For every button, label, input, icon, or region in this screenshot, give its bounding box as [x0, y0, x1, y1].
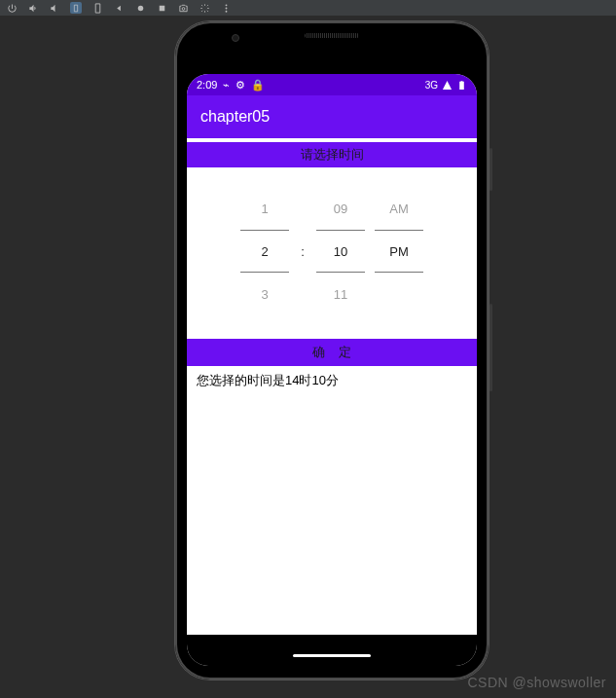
watermark: CSDN @showswoller	[467, 675, 606, 690]
ampm-prev[interactable]: AM	[375, 187, 423, 230]
volume-up-icon[interactable]	[27, 2, 39, 14]
confirm-button[interactable]: 确定	[187, 339, 477, 366]
rotate-left-icon[interactable]	[70, 2, 82, 14]
speaker-grille-icon	[305, 33, 359, 38]
back-icon[interactable]	[113, 2, 125, 14]
result-text: 您选择的时间是14时10分	[187, 366, 477, 395]
signal-icon	[442, 80, 453, 91]
circle-icon[interactable]	[134, 2, 146, 14]
svg-point-4	[225, 7, 227, 9]
minute-column[interactable]: 09 10 11	[316, 187, 365, 315]
navigation-bar[interactable]	[187, 644, 477, 666]
minute-selected[interactable]: 10	[316, 230, 365, 273]
more-icon[interactable]	[220, 2, 232, 14]
home-pill-icon[interactable]	[293, 654, 371, 657]
svg-point-2	[182, 7, 185, 10]
select-time-label: 请选择时间	[301, 146, 364, 164]
hour-next[interactable]: 3	[240, 273, 289, 315]
confirm-label: 确定	[299, 344, 365, 361]
minute-prev[interactable]: 09	[316, 187, 365, 230]
status-bar: 2:09 ⌁ ⚙ 🔒 3G	[187, 74, 477, 95]
ampm-next[interactable]	[375, 273, 423, 315]
emulator-toolbar	[0, 0, 616, 16]
screen-bottom	[187, 635, 477, 644]
device-screen: 2:09 ⌁ ⚙ 🔒 3G chapter05 请选择时间	[187, 74, 477, 666]
app-bar: chapter05	[187, 95, 477, 138]
hour-prev[interactable]: 1	[240, 187, 289, 230]
minute-next[interactable]: 11	[316, 273, 365, 315]
content-area	[187, 395, 477, 635]
select-time-header: 请选择时间	[187, 142, 477, 167]
hour-column[interactable]: 1 2 3	[240, 187, 289, 315]
battery-icon	[456, 80, 467, 91]
device-frame: 2:09 ⌁ ⚙ 🔒 3G chapter05 请选择时间	[175, 21, 489, 680]
time-separator: :	[299, 187, 307, 315]
emulator-canvas: 2:09 ⌁ ⚙ 🔒 3G chapter05 请选择时间	[0, 16, 616, 698]
hour-selected[interactable]: 2	[240, 230, 289, 273]
volume-down-icon[interactable]	[49, 2, 60, 14]
front-camera-icon	[232, 34, 239, 42]
record-icon[interactable]	[199, 2, 210, 14]
svg-point-3	[225, 4, 227, 6]
camera-icon[interactable]	[177, 2, 189, 14]
status-time: 2:09	[197, 79, 217, 91]
time-picker[interactable]: 1 2 3 : 09 10 11 AM PM	[187, 167, 477, 339]
debug-icon: ⌁	[223, 79, 230, 92]
network-label: 3G	[425, 80, 438, 91]
power-icon[interactable]	[6, 2, 18, 14]
ampm-column[interactable]: AM PM	[375, 187, 423, 315]
svg-rect-1	[159, 5, 164, 11]
lock-icon: 🔒	[251, 79, 265, 92]
gear-icon: ⚙	[236, 79, 245, 92]
rotate-right-icon[interactable]	[91, 2, 103, 14]
svg-point-5	[225, 10, 227, 12]
app-title: chapter05	[200, 108, 270, 126]
svg-point-0	[137, 5, 143, 11]
square-icon[interactable]	[156, 2, 167, 14]
ampm-selected[interactable]: PM	[375, 230, 423, 273]
